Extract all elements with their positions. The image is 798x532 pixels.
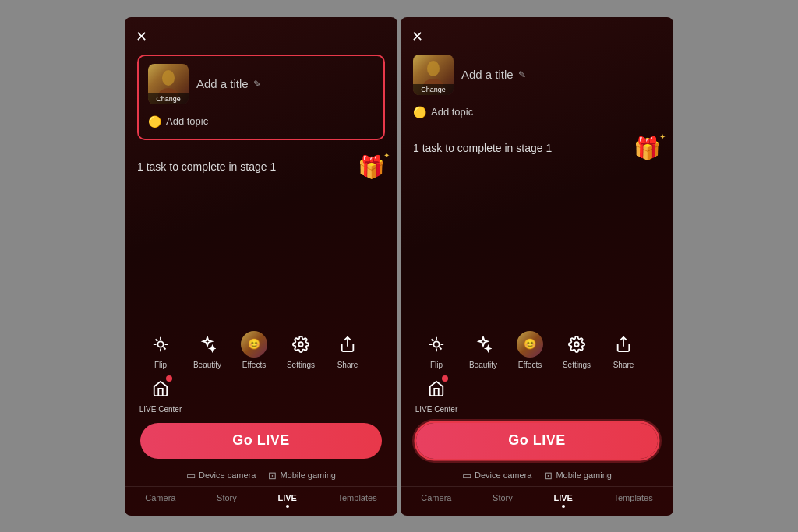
nav-live-label-right: LIVE: [553, 493, 572, 502]
gift-icon-left: 🎁: [358, 155, 385, 179]
change-label-right[interactable]: Change: [413, 84, 454, 95]
thumbnail-left[interactable]: Change: [148, 64, 189, 104]
gift-icon-right: 🎁: [634, 136, 661, 160]
share-icon-right: [610, 331, 637, 358]
go-live-button-right[interactable]: Go LIVE: [416, 423, 658, 459]
go-live-container-right: Go LIVE: [401, 417, 673, 465]
effects-circle-right: 😊: [517, 331, 543, 358]
tool-settings-left[interactable]: Settings: [277, 331, 324, 369]
title-box-left: Change Add a title ✎ 🟡 Add topic: [137, 55, 385, 140]
top-area-left: Change Add a title ✎ 🟡 Add topic: [137, 55, 385, 140]
beautify-label-right: Beautify: [469, 361, 497, 369]
mobile-gaming-option-left[interactable]: ⊡ Mobile gaming: [268, 470, 336, 481]
tool-share-right[interactable]: Share: [600, 331, 647, 369]
tool-flip-right[interactable]: Flip: [413, 331, 460, 369]
svg-point-7: [433, 341, 439, 347]
nav-templates-right[interactable]: Templates: [614, 493, 653, 508]
title-row-left: Change Add a title ✎: [148, 64, 374, 104]
livecenter-dot-left: [166, 375, 172, 382]
svg-point-5: [427, 61, 440, 76]
nav-camera-right[interactable]: Camera: [421, 493, 451, 508]
toolbar-row-1-right: Flip Beautify: [413, 331, 661, 369]
beautify-icon-left: [194, 331, 221, 358]
add-title-label-right: Add a title: [461, 68, 514, 81]
camera-options-right: ▭ Device camera ⊡ Mobile gaming: [401, 465, 673, 486]
tool-effects-right[interactable]: 😊 Effects: [507, 331, 553, 369]
settings-label-right: Settings: [563, 361, 591, 369]
tool-effects-left[interactable]: 😊 Effects: [231, 331, 277, 369]
nav-live-dot-left: [286, 505, 289, 508]
device-camera-label-right: Device camera: [475, 470, 531, 480]
svg-point-0: [162, 70, 175, 86]
sparkle-right: ✦: [659, 132, 666, 141]
effects-icon-right: 😊: [517, 331, 543, 358]
nav-templates-left[interactable]: Templates: [338, 493, 377, 508]
title-row-right: Change Add a title ✎: [413, 55, 661, 95]
nav-story-right[interactable]: Story: [493, 493, 513, 508]
add-topic-row-right[interactable]: 🟡 Add topic: [413, 103, 661, 122]
livecenter-icon-right: [423, 375, 450, 402]
effects-circle-left: 😊: [241, 331, 267, 358]
toolbar-row-2-left: LIVE Center: [137, 375, 385, 414]
nav-story-left[interactable]: Story: [217, 493, 237, 508]
flip-label-left: Flip: [154, 361, 167, 369]
phone-screen-right: ✕ Change Add a title: [401, 17, 673, 516]
device-camera-option-left[interactable]: ▭ Device camera: [186, 470, 256, 481]
tool-flip-left[interactable]: Flip: [137, 331, 184, 369]
beautify-icon-right: [470, 331, 496, 358]
toolbar-right: Flip Beautify: [401, 323, 673, 417]
toolbar-row-1-left: Flip Beautify: [137, 331, 385, 369]
topic-emoji-left: 🟡: [148, 115, 161, 128]
tool-livecenter-left[interactable]: LIVE Center: [137, 375, 184, 414]
svg-point-2: [157, 341, 163, 347]
tool-beautify-right[interactable]: Beautify: [460, 331, 507, 369]
nav-camera-left[interactable]: Camera: [145, 493, 175, 508]
bottom-area-left: Flip Beautify: [125, 323, 397, 516]
flip-icon-left: [147, 331, 174, 358]
nav-live-left[interactable]: LIVE: [277, 493, 296, 508]
nav-story-label-right: Story: [493, 493, 513, 502]
task-text-left: 1 task to complete in stage 1: [137, 160, 276, 173]
nav-live-dot-right: [562, 505, 565, 508]
task-area-right: 1 task to complete in stage 1 🎁 ✦: [413, 136, 661, 161]
edit-icon-right: ✎: [518, 69, 526, 80]
go-live-container-left: Go LIVE: [125, 417, 397, 465]
tool-livecenter-right[interactable]: LIVE Center: [413, 375, 460, 414]
settings-label-left: Settings: [287, 361, 315, 369]
close-button-left[interactable]: ✕: [136, 28, 147, 45]
mobile-gaming-label-left: Mobile gaming: [280, 470, 336, 480]
nav-live-label-left: LIVE: [277, 493, 296, 502]
nav-camera-label-right: Camera: [421, 493, 451, 502]
mobile-gaming-label-right: Mobile gaming: [556, 470, 612, 480]
svg-point-8: [574, 342, 579, 347]
tool-beautify-left[interactable]: Beautify: [184, 331, 231, 369]
toolbar-row-2-right: LIVE Center: [413, 375, 661, 414]
add-title-text-right: Add a title ✎: [461, 68, 526, 81]
mobile-gaming-icon-left: ⊡: [268, 470, 277, 481]
mobile-gaming-option-right[interactable]: ⊡ Mobile gaming: [544, 470, 612, 481]
device-camera-option-right[interactable]: ▭ Device camera: [462, 470, 531, 481]
task-area-left: 1 task to complete in stage 1 🎁 ✦: [137, 154, 385, 180]
flip-label-right: Flip: [430, 361, 443, 369]
add-title-label-left: Add a title: [196, 77, 249, 90]
settings-icon-right: [563, 331, 590, 358]
nav-templates-label-right: Templates: [614, 493, 653, 502]
add-title-text-left: Add a title ✎: [196, 77, 261, 90]
close-button-right[interactable]: ✕: [411, 28, 423, 45]
livecenter-dot-right: [442, 375, 448, 382]
nav-live-right[interactable]: LIVE: [553, 493, 572, 508]
edit-icon-left: ✎: [253, 79, 261, 90]
livecenter-label-left: LIVE Center: [139, 405, 182, 414]
thumbnail-right[interactable]: Change: [413, 55, 454, 95]
bottom-nav-right: Camera Story LIVE Templates: [401, 486, 673, 516]
tool-share-left[interactable]: Share: [324, 331, 371, 369]
go-live-button-left[interactable]: Go LIVE: [140, 423, 382, 459]
change-label-left[interactable]: Change: [148, 93, 189, 104]
share-label-right: Share: [613, 361, 634, 369]
tool-settings-right[interactable]: Settings: [553, 331, 600, 369]
topic-emoji-right: 🟡: [413, 106, 426, 118]
device-camera-icon-left: ▭: [186, 470, 196, 481]
add-topic-row-left[interactable]: 🟡 Add topic: [148, 112, 374, 131]
top-area-right: Change Add a title ✎ 🟡 Add topic: [413, 55, 661, 122]
bottom-nav-left: Camera Story LIVE Templates: [125, 486, 397, 516]
